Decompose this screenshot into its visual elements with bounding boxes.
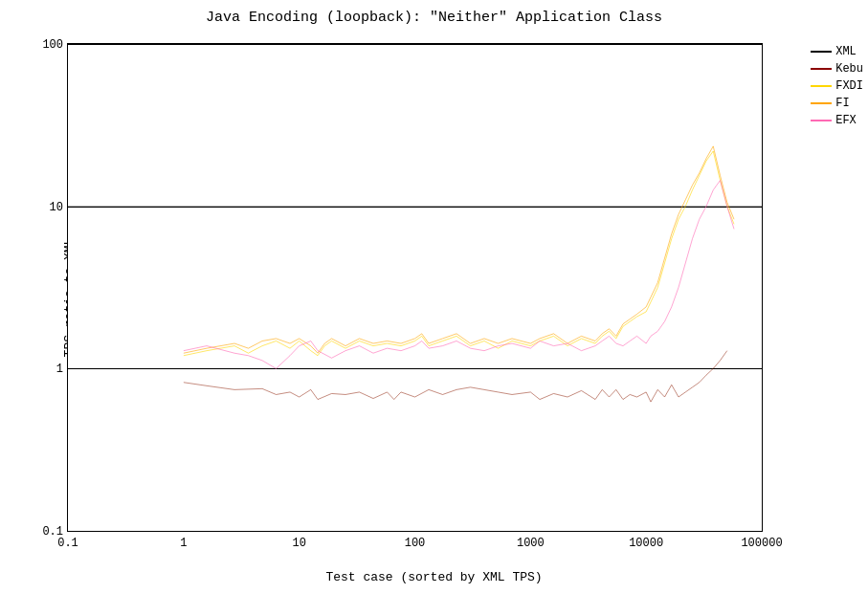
legend-line-xml xyxy=(811,51,832,53)
y-gridline-01: 0.1 xyxy=(68,531,762,532)
y-tick-label-100: 100 xyxy=(20,38,63,52)
x-tick-1: 1 xyxy=(180,537,187,550)
x-tick-10000: 10000 xyxy=(629,537,663,550)
line-fi xyxy=(184,146,734,353)
line-kebu xyxy=(184,351,727,402)
legend-label-fxdi: FXDI xyxy=(835,77,863,95)
legend-item-fi: FI xyxy=(811,95,863,112)
legend-label-kebu: Kebu xyxy=(835,60,863,77)
chart-container: Java Encoding (loopback): "Neither" Appl… xyxy=(0,0,868,594)
legend-item-fxdi: FXDI xyxy=(811,77,863,95)
x-tick-01: 0.1 xyxy=(57,537,78,550)
x-tick-100: 100 xyxy=(405,537,426,550)
legend-label-efx: EFX xyxy=(835,112,857,129)
legend-label-xml: XML xyxy=(835,43,857,60)
legend-item-xml: XML xyxy=(811,43,863,60)
chart-area: 100 10 1 0.1 0.1 1 10 100 1000 10000 100… xyxy=(67,43,763,532)
x-tick-10: 10 xyxy=(292,537,305,550)
legend-line-fi xyxy=(811,102,832,104)
legend-label-fi: FI xyxy=(835,95,849,112)
chart-svg xyxy=(68,44,762,531)
legend-line-fxdi xyxy=(811,85,832,87)
y-tick-label-1: 1 xyxy=(20,363,63,376)
x-tick-100000: 100000 xyxy=(741,537,782,550)
x-axis-label: Test case (sorted by XML TPS) xyxy=(325,570,542,584)
legend-item-efx: EFX xyxy=(811,112,863,129)
legend: XML Kebu FXDI FI EFX xyxy=(811,43,863,129)
line-fxdi xyxy=(184,151,734,356)
legend-item-kebu: Kebu xyxy=(811,60,863,77)
legend-line-efx xyxy=(811,120,832,121)
chart-title: Java Encoding (loopback): "Neither" Appl… xyxy=(0,0,868,26)
y-tick-label-10: 10 xyxy=(20,201,63,214)
legend-line-kebu xyxy=(811,68,832,70)
x-tick-1000: 1000 xyxy=(517,537,545,550)
